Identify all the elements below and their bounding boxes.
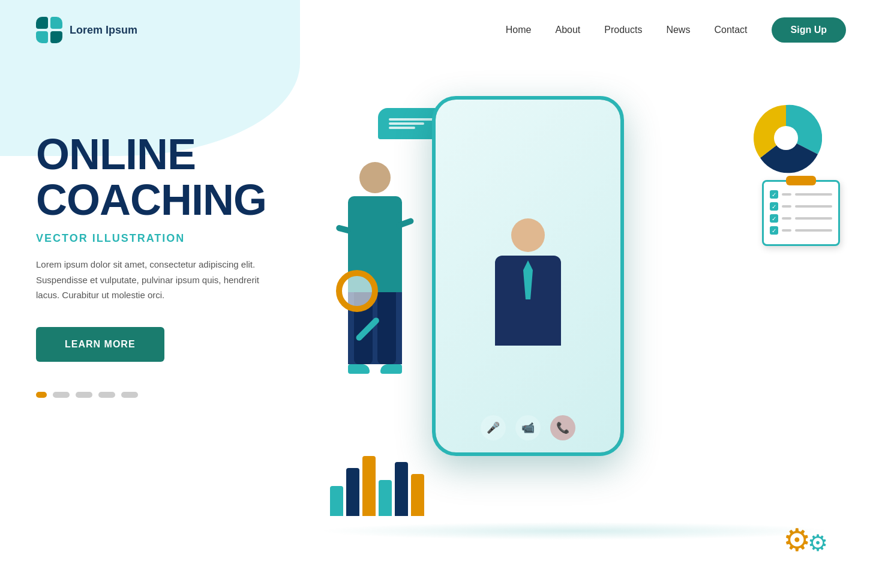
phone-screen: 🎤 📹 📞 <box>436 100 620 452</box>
bar-1 <box>330 486 343 516</box>
checklist-line-2b <box>795 205 832 208</box>
bar-3 <box>362 456 376 516</box>
learn-more-button[interactable]: LEARN MORE <box>36 327 164 362</box>
bar-6 <box>411 474 424 516</box>
nav-about[interactable]: About <box>555 25 580 35</box>
bar-chart <box>330 456 424 516</box>
chat-line-2 <box>389 122 424 125</box>
checklist-line-4 <box>782 229 791 232</box>
checklist-item-3: ✓ <box>770 214 832 223</box>
checklist-line-3b <box>795 217 832 220</box>
student-head <box>359 162 391 193</box>
magnifier-icon <box>336 270 378 342</box>
logo: Lorem Ipsum <box>36 17 137 43</box>
svg-point-0 <box>774 126 798 150</box>
chat-line-3 <box>389 127 415 129</box>
ground-shadow <box>318 522 834 540</box>
signup-button[interactable]: Sign Up <box>772 17 846 43</box>
left-content: ONLINE COACHING VECTOR ILLUSTRATION Lore… <box>36 84 300 398</box>
logo-text: Lorem Ipsum <box>70 24 137 37</box>
nav-contact[interactable]: Contact <box>714 25 747 35</box>
microphone-button[interactable]: 🎤 <box>481 415 506 440</box>
checklist-line-1 <box>782 193 791 196</box>
nav-news[interactable]: News <box>666 25 690 35</box>
dot-1[interactable] <box>36 392 47 398</box>
chat-line-1 <box>389 118 433 121</box>
checklist-item-4: ✓ <box>770 226 832 235</box>
pie-chart <box>750 102 822 176</box>
clipboard: ✓ ✓ ✓ ✓ <box>762 180 840 246</box>
nav-products[interactable]: Products <box>604 25 642 35</box>
pagination-dots <box>36 392 300 398</box>
end-call-button[interactable]: 📞 <box>550 415 575 440</box>
hero-description: Lorem ipsum dolor sit amet, consectetur … <box>36 257 264 303</box>
bar-4 <box>379 480 392 516</box>
magnifier-handle <box>355 316 380 341</box>
checklist-item-1: ✓ <box>770 190 832 199</box>
check-icon-4: ✓ <box>770 226 778 235</box>
logo-icon <box>36 17 62 43</box>
student-leg-right <box>377 292 396 364</box>
main-content: ONLINE COACHING VECTOR ILLUSTRATION Lore… <box>0 60 882 588</box>
phone-mockup: 🎤 📹 📞 <box>432 96 624 456</box>
clipboard-clip <box>786 176 816 185</box>
illustration-area: 🎤 📹 📞 <box>300 84 846 588</box>
dot-2[interactable] <box>53 392 70 398</box>
check-icon-2: ✓ <box>770 202 778 211</box>
student-figure <box>348 162 402 374</box>
checklist-line-4b <box>795 229 832 232</box>
dot-4[interactable] <box>98 392 115 398</box>
bar-5 <box>395 462 408 516</box>
navbar: Lorem Ipsum Home About Products News Con… <box>0 0 882 60</box>
nav-home[interactable]: Home <box>506 25 532 35</box>
hero-title: ONLINE COACHING <box>36 132 300 223</box>
check-icon-1: ✓ <box>770 190 778 199</box>
check-icon-3: ✓ <box>770 214 778 223</box>
hero-subtitle: VECTOR ILLUSTRATION <box>36 232 300 245</box>
magnifier-glass <box>336 270 378 312</box>
phone-action-buttons: 🎤 📹 📞 <box>481 415 575 440</box>
dot-3[interactable] <box>76 392 92 398</box>
checklist-line-1b <box>795 193 832 196</box>
checklist-item-2: ✓ <box>770 202 832 211</box>
checklist-line-2 <box>782 205 791 208</box>
bar-2 <box>346 468 359 516</box>
nav-links: Home About Products News Contact Sign Up <box>506 17 846 43</box>
checklist-line-3 <box>782 217 791 220</box>
dot-5[interactable] <box>121 392 138 398</box>
video-button[interactable]: 📹 <box>515 415 541 440</box>
